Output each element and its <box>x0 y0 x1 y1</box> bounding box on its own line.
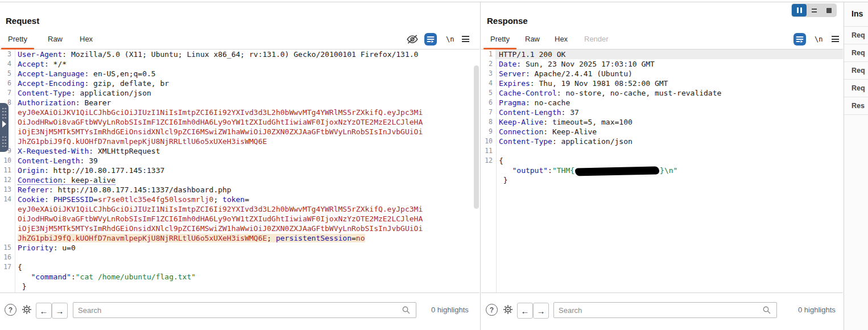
line-number: 6 <box>481 98 495 108</box>
code-line: JhZG1pbiJ9fQ.kUOHfD7navmlpepKjU8NjRRLtlU… <box>0 233 480 243</box>
inspector-section-res-4[interactable]: Res <box>844 97 868 115</box>
search-forward-button[interactable]: → <box>533 303 549 319</box>
inspector-section-label: Req <box>852 27 868 44</box>
request-tabbar: Pretty Raw Hex \n <box>0 31 480 50</box>
code-line: 17{ <box>0 262 480 272</box>
code-line: 10Content-Length: 39 <box>0 156 480 166</box>
search-icon <box>762 306 771 317</box>
search-forward-button[interactable]: → <box>52 303 68 319</box>
highlights-count: 0 highlights <box>431 306 469 314</box>
code-line: 3Server: Apache/2.4.41 (Ubuntu) <box>481 69 843 79</box>
inspector-section-label: Req <box>852 44 868 62</box>
code-line: 5Accept-Language: en-US,en;q=0.5 <box>0 69 480 79</box>
response-tabbar: Pretty Raw Hex Render \n <box>481 31 843 50</box>
inspector-section-label: Req <box>852 62 868 80</box>
code-line: OiJodHRwOi8vaGFtbWVyLnRobSIsImF1ZCI6Imh0… <box>0 117 480 127</box>
line-number: 6 <box>0 79 14 88</box>
code-line: 11 <box>481 146 843 156</box>
line-number: 8 <box>481 117 495 127</box>
line-number: 4 <box>0 59 14 69</box>
response-panel-title: Response <box>487 16 528 26</box>
line-number: 11 <box>0 166 14 175</box>
pretty-print-icon[interactable] <box>793 33 806 46</box>
request-tab-raw[interactable]: Raw <box>48 35 63 43</box>
search-back-button[interactable]: ← <box>517 303 533 319</box>
inspector-panel: Ins ReqReqReqReqRes <box>844 2 868 330</box>
line-number: 15 <box>0 243 14 253</box>
code-line: 9Connection: Keep-Alive <box>481 127 843 137</box>
search-back-button[interactable]: ← <box>36 303 52 319</box>
code-line: 5Cache-Control: no-store, no-cache, must… <box>481 88 843 98</box>
line-number: 12 <box>481 156 495 166</box>
response-tab-raw[interactable]: Raw <box>525 35 540 43</box>
line-number: 2 <box>481 59 495 69</box>
layout-single-button[interactable] <box>821 4 836 16</box>
request-editor[interactable]: 3User-Agent: Mozilla/5.0 (X11; Ubuntu; L… <box>0 50 480 294</box>
response-gutter-separator <box>496 50 497 294</box>
line-number <box>0 224 14 233</box>
code-line: 3User-Agent: Mozilla/5.0 (X11; Ubuntu; L… <box>0 50 480 59</box>
editor-menu-icon[interactable] <box>462 36 469 42</box>
code-line: iOjE3NjM5MTk5MTYsImRhdGEiOnsidXNlcl9pZCI… <box>0 127 480 137</box>
code-line: 7Content-Length: 37 <box>481 108 843 117</box>
response-editor[interactable]: 1HTTP/1.1 200 OK2Date: Sun, 23 Nov 2025 … <box>481 50 843 294</box>
code-line: 6Pragma: no-cache <box>481 98 843 108</box>
inspector-section-req-1[interactable]: Req <box>844 44 868 62</box>
code-line: 4Accept: */* <box>0 59 480 69</box>
code-line: 8Authorization: Bearer <box>0 98 480 108</box>
code-line: 12{ <box>481 156 843 166</box>
line-number: 17 <box>0 262 14 272</box>
code-line: 14Cookie: PHPSESSID=sr7se0tlc35e4fg50lso… <box>0 195 480 204</box>
search-input[interactable] <box>553 302 777 318</box>
newline-toggle-icon[interactable]: \n <box>815 35 822 43</box>
request-scrollbar[interactable] <box>474 65 479 209</box>
inspector-section-req-3[interactable]: Req <box>844 79 868 97</box>
code-line: 6Accept-Encoding: gzip, deflate, br <box>0 79 480 88</box>
line-number: 10 <box>0 156 14 166</box>
response-tab-pretty[interactable]: Pretty <box>490 35 510 43</box>
line-number: 7 <box>0 88 14 98</box>
request-searchbar: ? ← → 0 highlights <box>0 292 480 328</box>
line-number: 5 <box>0 69 14 79</box>
pretty-print-icon[interactable] <box>424 33 437 46</box>
inspector-sections-end-border <box>844 114 868 115</box>
request-panel-title: Request <box>6 16 39 26</box>
drawer-expand-handle[interactable] <box>0 103 9 152</box>
inspector-section-label: Req <box>852 80 868 97</box>
request-gutter-separator <box>15 50 15 294</box>
inspector-section-label: Res <box>852 97 868 115</box>
line-number: 11 <box>481 146 495 156</box>
newline-toggle-icon[interactable]: \n <box>446 35 454 43</box>
code-line: 13Referer: http://10.80.177.145:1337/das… <box>0 185 480 195</box>
editor-menu-icon[interactable] <box>832 36 839 42</box>
gear-icon[interactable] <box>20 303 33 318</box>
code-line: 15Priority: u=0 <box>0 243 480 253</box>
line-number: 13 <box>0 185 14 195</box>
layout-columns-button[interactable] <box>792 4 807 16</box>
line-number: 9 <box>481 127 495 137</box>
code-line: } <box>481 175 843 185</box>
code-line: 12Connection: keep-alive <box>0 175 480 185</box>
code-line: iOjE3NjM5MTk5MTYsImRhdGEiOnsidXNlcl9pZCI… <box>0 224 480 233</box>
panel-divider[interactable] <box>480 2 481 330</box>
request-tab-pretty[interactable]: Pretty <box>8 35 27 43</box>
code-line: 9X-Requested-With: XMLHttpRequest <box>0 146 480 156</box>
code-line: 4Expires: Thu, 19 Nov 1981 08:52:00 GMT <box>481 79 843 88</box>
code-line: 1HTTP/1.1 200 OK <box>481 50 843 59</box>
search-input[interactable] <box>73 302 416 318</box>
inspector-section-req-0[interactable]: Req <box>844 26 868 44</box>
line-number <box>481 175 495 185</box>
gear-icon[interactable] <box>502 303 514 318</box>
code-line: JhZG1pbiJ9fQ.kUOHfD7navmlpepKjU8NjRRLtlU… <box>0 137 480 146</box>
response-tab-render[interactable]: Render <box>584 35 609 43</box>
response-tab-hex[interactable]: Hex <box>555 35 568 43</box>
hide-nonprintable-icon[interactable] <box>406 34 419 47</box>
code-line: OiJodHRwOi8vaGFtbWVyLnRobSIsImF1ZCI6Imh0… <box>0 214 480 224</box>
layout-rows-button[interactable] <box>807 4 821 16</box>
line-number: 10 <box>481 137 495 146</box>
inspector-section-req-2[interactable]: Req <box>844 61 868 80</box>
help-icon[interactable]: ? <box>5 304 16 316</box>
line-number: 3 <box>0 50 14 59</box>
request-tab-hex[interactable]: Hex <box>80 35 93 43</box>
help-icon[interactable]: ? <box>486 304 498 316</box>
